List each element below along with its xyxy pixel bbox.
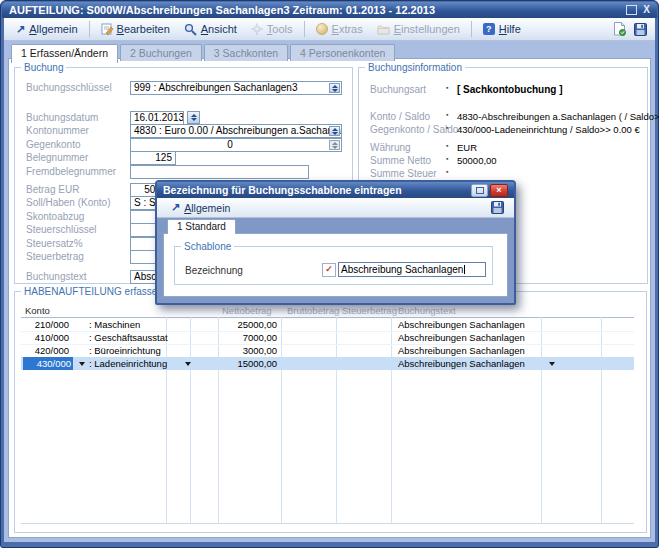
kontoname-cell[interactable]: : Maschinen xyxy=(89,318,140,331)
field-label: Buchungstext xyxy=(26,271,87,282)
dialog-menu-allgemein[interactable]: ↗ Allgemein xyxy=(165,199,236,216)
konto-cell[interactable]: 210/000 xyxy=(25,318,69,331)
konto-cell[interactable]: 420/000 xyxy=(25,344,69,357)
field-label: Fremdbelegnummer xyxy=(26,166,116,177)
minimize-icon[interactable] xyxy=(471,184,488,197)
folder-icon xyxy=(377,24,390,35)
nav-arrow-icon: ↗ xyxy=(16,23,25,36)
menu-bearbeiten[interactable]: Bearbeiten xyxy=(95,21,176,37)
nettobetrag-cell[interactable]: 25000,00 xyxy=(195,318,277,331)
field-label: Steuerschlüssel xyxy=(26,224,97,235)
window-titlebar[interactable]: AUFTEILUNG: S000W/Abschreibungen Sachanl… xyxy=(2,2,657,18)
bullet-icon: ▪ xyxy=(446,142,448,149)
konto-cell[interactable]: 410/000 xyxy=(25,331,69,344)
buchungsdatum-input[interactable]: 16.01.2013 /Mi xyxy=(130,111,184,125)
bullet-icon: ▪ xyxy=(446,124,448,131)
spinner-icon[interactable] xyxy=(329,140,340,150)
bullet-icon: ▪ xyxy=(446,111,448,118)
gear-icon xyxy=(251,23,263,35)
application-window: AUFTEILUNG: S000W/Abschreibungen Sachanl… xyxy=(0,0,659,548)
fremdbelegnummer-input[interactable] xyxy=(130,165,309,179)
tab-buchungen[interactable]: 2 Buchungen xyxy=(120,44,202,61)
table-header-konto[interactable]: Konto xyxy=(25,305,50,316)
field-label: Belegnummer xyxy=(26,152,88,163)
buchungstext-cell[interactable]: Abschreibungen Sachanlagen xyxy=(398,331,525,344)
buchungstext-cell[interactable]: Abschreibungen Sachanlagen xyxy=(398,344,525,357)
table-header-buchungstext[interactable]: Buchungstext xyxy=(398,305,456,316)
save-icon[interactable] xyxy=(491,201,504,214)
field-buchungsschluessel: Buchungsschlüssel 999 : Abschreibungen S… xyxy=(26,81,346,95)
tab-strip: 1 Erfassen/Ändern2 Buchungen3 Sachkonten… xyxy=(11,43,397,63)
dialog-toolbar: ↗ Allgemein xyxy=(157,198,514,218)
dialog-titlebar[interactable]: Bezeichnung für Buchungsschablone eintra… xyxy=(157,182,514,198)
buchungsschluessel-combo[interactable]: 999 : Abschreibungen Sachanlagen3 xyxy=(130,81,342,95)
edit-check-icon[interactable]: ✓ xyxy=(322,263,336,277)
table-row-selected[interactable]: 430/000 : Ladeneinrichtung 15000,00 Absc… xyxy=(21,357,634,370)
dropdown-arrow-icon[interactable] xyxy=(549,362,555,366)
buchungsinformation-legend: Buchungsinformation xyxy=(365,62,465,73)
field-label: Skontoabzug xyxy=(26,211,84,222)
menu-einstellungen[interactable]: Einstellungen xyxy=(371,21,466,37)
kontoname-cell[interactable]: : Ladeneinrichtung xyxy=(89,357,167,370)
edit-note-icon xyxy=(101,23,113,35)
tab-sachkonten[interactable]: 3 Sachkonten xyxy=(204,44,288,61)
save-icon[interactable] xyxy=(634,23,647,36)
nettobetrag-cell[interactable]: 7000,00 xyxy=(195,331,277,344)
nettobetrag-cell[interactable]: 15000,00 xyxy=(195,357,277,370)
menu-hilfe[interactable]: ? Hilfe xyxy=(477,21,527,37)
table-row[interactable]: 210/000 : Maschinen 25000,00 Abschreibun… xyxy=(21,318,634,332)
kontoname-cell[interactable]: : Büroeinrichtung xyxy=(89,344,161,357)
table-row[interactable]: 410/000 : Geschäftsausstat 7000,00 Absch… xyxy=(21,331,634,345)
help-icon: ? xyxy=(483,23,495,35)
dialog-body: 1 Standard Schablone Bezeichnung ✓ Absch… xyxy=(157,217,514,303)
tab-personenkonten[interactable]: 4 Personenkonten xyxy=(290,44,395,61)
menu-tools[interactable]: Tools xyxy=(245,21,299,37)
close-icon[interactable]: X xyxy=(643,5,650,15)
field-label: Buchungsschlüssel xyxy=(26,82,112,93)
kontonummer-combo[interactable]: 4830 : Euro 0.00 / Abschreibungen a.Sach… xyxy=(130,124,342,138)
sphere-icon xyxy=(316,23,328,35)
field-label: Kontonummer xyxy=(26,125,89,136)
nettobetrag-cell[interactable]: 3000,00 xyxy=(195,344,277,357)
date-spinner-icon[interactable] xyxy=(187,111,200,124)
kontoname-cell[interactable]: : Geschäftsausstat xyxy=(89,331,168,344)
buchungstext-cell[interactable]: Abschreibungen Sachanlagen xyxy=(398,318,525,331)
dialog-panel: Schablone Bezeichnung ✓ Abschreibung Sac… xyxy=(163,233,508,297)
dialog-title: Bezeichnung für Buchungsschablone eintra… xyxy=(163,184,402,196)
buchungsschablone-dialog: Bezeichnung für Buchungsschablone eintra… xyxy=(155,180,516,305)
spinner-icon[interactable] xyxy=(329,83,340,93)
menu-allgemein[interactable]: ↗ Allgemein xyxy=(10,21,84,38)
restore-icon[interactable] xyxy=(626,5,637,15)
field-label: Gegenkonto xyxy=(26,139,81,150)
field-fremdbelegnummer: Fremdbelegnummer xyxy=(26,165,346,179)
bezeichnung-input[interactable]: Abschreibung Sachanlagen xyxy=(338,262,486,277)
habenaufteilung-legend: HABENAUFTEILUNG erfassen xyxy=(21,286,166,297)
menu-ansicht[interactable]: Ansicht xyxy=(178,21,243,38)
gegenkonto-combo[interactable]: 0 xyxy=(130,138,342,152)
table-header-steuerbetrag[interactable]: Steuerbetrag xyxy=(342,305,397,316)
tab-erfassen-aendern[interactable]: 1 Erfassen/Ändern xyxy=(11,44,118,63)
close-icon[interactable]: × xyxy=(490,184,508,197)
spinner-icon[interactable] xyxy=(329,126,340,136)
buchungstext-cell[interactable]: Abschreibungen Sachanlagen xyxy=(398,357,525,370)
menu-extras[interactable]: Extras xyxy=(310,21,369,37)
dropdown-arrow-icon[interactable] xyxy=(185,362,191,366)
main-toolbar: ↗ Allgemein Bearbeiten Ansicht Tools Ext… xyxy=(4,18,655,41)
toolbar-separator xyxy=(471,21,472,37)
table-header-nettobetrag[interactable]: Nettobetrag xyxy=(222,305,272,316)
nav-arrow-icon: ↗ xyxy=(171,201,180,214)
toolbar-separator xyxy=(89,21,90,37)
field-buchungsdatum: Buchungsdatum 16.01.2013 /Mi xyxy=(26,111,346,125)
table-header-bruttobetrag[interactable]: Bruttobetrag xyxy=(287,305,339,316)
text-caret xyxy=(464,265,465,274)
field-label: Betrag EUR xyxy=(26,184,79,195)
info-row: Währung ▪ EUR xyxy=(370,141,643,154)
table-row[interactable]: 420/000 : Büroeinrichtung 3000,00 Abschr… xyxy=(21,344,634,358)
belegnummer-input[interactable]: 125 xyxy=(130,151,176,165)
footer-divider xyxy=(21,523,634,524)
dropdown-arrow-icon[interactable] xyxy=(79,362,85,366)
info-row: Konto / Saldo ▪ 4830-Abschreibungen a.Sa… xyxy=(370,110,643,123)
konto-cell-editing[interactable]: 430/000 xyxy=(23,357,73,370)
dialog-tab-standard[interactable]: 1 Standard xyxy=(167,219,236,234)
new-document-icon[interactable] xyxy=(613,22,626,36)
